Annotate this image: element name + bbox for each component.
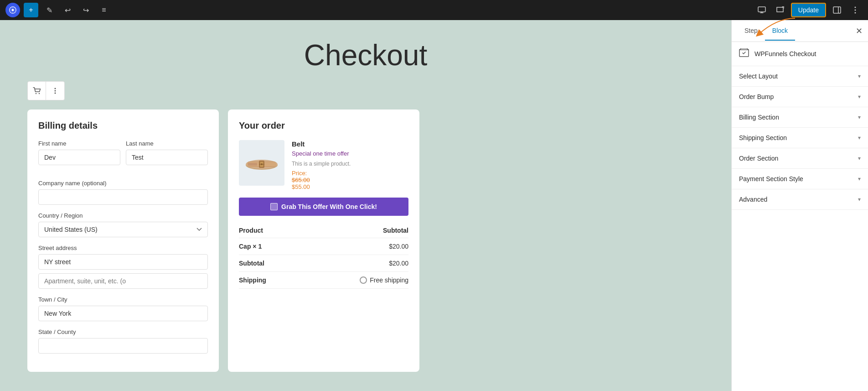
order-card: Your order	[228, 109, 419, 372]
country-group: Country / Region United States (US)	[38, 212, 208, 237]
accordion-advanced-header[interactable]: Advanced ▾	[732, 189, 868, 209]
svg-point-5	[855, 10, 856, 11]
svg-point-7	[35, 93, 36, 94]
add-block-button[interactable]: +	[24, 3, 38, 17]
chevron-down-icon: ▾	[858, 114, 861, 120]
chevron-down-icon: ▾	[858, 176, 861, 182]
row-subtotal-1: $20.00	[300, 238, 408, 255]
main-area: Checkout Billing details First name	[0, 20, 868, 391]
last-name-group: Last name	[126, 140, 208, 165]
city-group: Town / City	[38, 296, 208, 321]
shipping-radio[interactable]	[360, 276, 367, 284]
svg-point-1	[12, 9, 14, 11]
accordion-select-layout-label: Select Layout	[739, 73, 778, 80]
plugin-name: WPFunnels Checkout	[754, 50, 816, 57]
svg-rect-2	[758, 7, 765, 12]
accordion-select-layout-header[interactable]: Select Layout ▾	[732, 66, 868, 86]
sidebar-close-button[interactable]: ✕	[856, 26, 863, 36]
table-row: Shipping Free shipping	[239, 272, 408, 289]
product-price-original: $65.00	[292, 177, 408, 183]
block-more-button[interactable]	[46, 82, 64, 100]
country-label: Country / Region	[38, 212, 208, 219]
accordion-payment-section-style-header[interactable]: Payment Section Style ▾	[732, 169, 868, 189]
accordion-payment-section-style: Payment Section Style ▾	[732, 169, 868, 189]
tab-block[interactable]: Block	[765, 21, 795, 41]
table-row: Subtotal $20.00	[239, 255, 408, 272]
update-button[interactable]: Update	[791, 3, 826, 17]
offer-checkbox	[270, 203, 278, 210]
product-offer: Special one time offer	[292, 150, 408, 158]
company-group: Company name (optional)	[38, 180, 208, 205]
preview-button[interactable]	[773, 3, 787, 17]
apartment-input[interactable]	[38, 273, 208, 289]
chevron-down-icon: ▾	[858, 135, 861, 141]
list-view-button[interactable]: ≡	[97, 3, 111, 17]
state-label: State / County	[38, 328, 208, 335]
more-options-button[interactable]	[848, 3, 863, 17]
desktop-view-button[interactable]	[754, 3, 769, 17]
row-subtotal-value: $20.00	[300, 255, 408, 272]
product-price-label: Price:	[292, 170, 408, 177]
product-name: Belt	[292, 140, 408, 148]
sidebar-tabs: Step Block ✕	[732, 20, 868, 42]
col-subtotal: Subtotal	[300, 223, 408, 238]
accordion-shipping-section-header[interactable]: Shipping Section ▾	[732, 128, 868, 148]
belt-image	[243, 149, 280, 177]
billing-card-title: Billing details	[38, 120, 208, 131]
product-info: Belt Special one time offer This is a si…	[292, 140, 408, 190]
row-shipping-value: Free shipping	[300, 272, 408, 289]
toggle-sidebar-button[interactable]	[830, 3, 844, 17]
billing-card: Billing details First name Last name Com…	[27, 109, 219, 372]
first-name-group: First name	[38, 140, 120, 165]
product-price-sale: $55.00	[292, 183, 408, 190]
accordion-order-bump-label: Order Bump	[739, 93, 774, 100]
table-row: Cap × 1 $20.00	[239, 238, 408, 255]
offer-button[interactable]: Grab This Offer With One Click!	[239, 198, 408, 216]
row-subtotal-label: Subtotal	[239, 255, 300, 272]
svg-point-8	[38, 93, 39, 94]
col-product: Product	[239, 223, 300, 238]
accordion-order-section-header[interactable]: Order Section ▾	[732, 148, 868, 168]
state-input[interactable]	[38, 338, 208, 354]
chevron-down-icon: ▾	[858, 94, 861, 100]
country-select[interactable]: United States (US)	[38, 222, 208, 237]
undo-button[interactable]: ↩	[60, 3, 75, 17]
first-name-label: First name	[38, 140, 120, 147]
edit-button[interactable]: ✎	[42, 3, 57, 17]
sidebar: Step Block ✕ WPFunnels Checkout Select L…	[731, 20, 868, 391]
first-name-input[interactable]	[38, 150, 120, 165]
accordion-order-bump-header[interactable]: Order Bump ▾	[732, 87, 868, 107]
svg-point-19	[261, 163, 263, 165]
street-input[interactable]	[38, 254, 208, 270]
last-name-input[interactable]	[126, 150, 208, 165]
name-row: First name Last name	[38, 140, 208, 172]
redo-button[interactable]: ↪	[78, 3, 93, 17]
product-image	[239, 140, 284, 186]
block-cart-icon[interactable]	[28, 82, 46, 100]
chevron-down-icon: ▾	[858, 73, 861, 79]
accordion-billing-section: Billing Section ▾	[732, 107, 868, 128]
svg-point-6	[855, 12, 856, 14]
accordion-order-section-label: Order Section	[739, 155, 778, 162]
svg-point-9	[55, 88, 56, 89]
chevron-down-icon: ▾	[858, 155, 861, 162]
toolbar-right: Update	[754, 3, 863, 17]
city-input[interactable]	[38, 306, 208, 321]
order-table: Product Subtotal Cap × 1 $20.00 Subtotal…	[239, 223, 408, 289]
plugin-header: WPFunnels Checkout	[732, 42, 868, 66]
tab-step[interactable]: Step	[737, 21, 765, 41]
wp-logo[interactable]	[5, 3, 20, 17]
company-input[interactable]	[38, 189, 208, 205]
city-label: Town / City	[38, 296, 208, 303]
order-card-title: Your order	[239, 120, 408, 131]
accordion-billing-section-header[interactable]: Billing Section ▾	[732, 107, 868, 127]
accordion-advanced: Advanced ▾	[732, 189, 868, 210]
product-item: Belt Special one time offer This is a si…	[239, 140, 408, 190]
accordion-order-bump: Order Bump ▾	[732, 87, 868, 107]
street-label: Street address	[38, 245, 208, 251]
accordion-shipping-section-label: Shipping Section	[739, 134, 787, 141]
checkout-title: Checkout	[27, 38, 704, 72]
svg-point-4	[855, 7, 856, 8]
accordion-billing-section-label: Billing Section	[739, 114, 779, 121]
plugin-icon	[739, 48, 750, 59]
